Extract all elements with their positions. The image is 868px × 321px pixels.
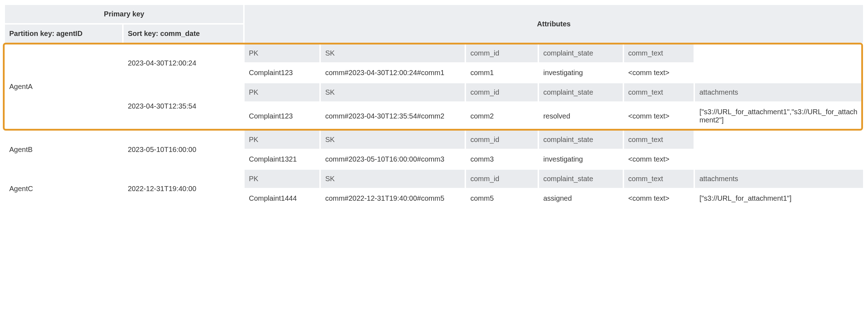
- table-body: AgentA2023-04-30T12:00:24PKSKcomm_idcomp…: [5, 44, 863, 207]
- attr-header-sk: SK: [321, 44, 465, 62]
- sort-key-header: Sort key: comm_date: [124, 25, 243, 43]
- attr-header-complaint_state: complaint_state: [539, 170, 623, 188]
- attr-value-pk: Complaint123: [245, 64, 319, 82]
- partition-key-header: Partition key: agentID: [5, 25, 122, 43]
- attr-value-pk: Complaint123: [245, 103, 319, 129]
- attr-value-attachments: ["s3://URL_for_attachment1"]: [695, 189, 863, 207]
- attr-value-comm_text: <comm text>: [624, 150, 694, 168]
- attr-header-comm_id: comm_id: [466, 83, 538, 101]
- attr-value-sk: comm#2022-12-31T19:40:00#comm5: [321, 189, 465, 207]
- attr-header-pk: PK: [245, 83, 319, 101]
- attr-value-attachments: ["s3://URL_for_attachment1","s3://URL_fo…: [695, 103, 863, 129]
- attr-header-complaint_state: complaint_state: [539, 44, 623, 62]
- attr-header-pk: PK: [245, 170, 319, 188]
- dynamodb-table: Primary key Attributes Partition key: ag…: [4, 4, 864, 209]
- sort-key-cell: 2023-05-10T16:00:00: [124, 131, 243, 168]
- attr-value-comm_id: comm1: [466, 64, 538, 82]
- table-row: AgentC2022-12-31T19:40:00PKSKcomm_idcomp…: [5, 170, 863, 188]
- attr-header-pk: PK: [245, 131, 319, 149]
- attr-value-comm_text: <comm text>: [624, 64, 694, 82]
- attr-header-sk: SK: [321, 170, 465, 188]
- attr-header-complaint_state: complaint_state: [539, 83, 623, 101]
- attr-header-comm_text: comm_text: [624, 44, 694, 62]
- attr-value-complaint_state: investigating: [539, 150, 623, 168]
- attr-header-comm_text: comm_text: [624, 83, 694, 101]
- attr-value-sk: comm#2023-05-10T16:00:00#comm3: [321, 150, 465, 168]
- attr-empty-attachments: [695, 44, 863, 82]
- attr-value-complaint_state: investigating: [539, 64, 623, 82]
- attr-header-comm_text: comm_text: [624, 170, 694, 188]
- attr-header-comm_id: comm_id: [466, 131, 538, 149]
- attr-header-comm_id: comm_id: [466, 44, 538, 62]
- attr-header-sk: SK: [321, 83, 465, 101]
- attr-value-pk: Complaint1321: [245, 150, 319, 168]
- partition-key-cell: AgentA: [5, 44, 122, 129]
- attr-header-attachments: attachments: [695, 170, 863, 188]
- table-row: AgentA2023-04-30T12:00:24PKSKcomm_idcomp…: [5, 44, 863, 62]
- attr-value-pk: Complaint1444: [245, 189, 319, 207]
- sort-key-cell: 2023-04-30T12:35:54: [124, 83, 243, 129]
- attr-empty-attachments: [695, 131, 863, 168]
- attr-header-comm_id: comm_id: [466, 170, 538, 188]
- attr-value-comm_id: comm3: [466, 150, 538, 168]
- sort-key-cell: 2023-04-30T12:00:24: [124, 44, 243, 82]
- attr-header-attachments: attachments: [695, 83, 863, 101]
- sort-key-cell: 2022-12-31T19:40:00: [124, 170, 243, 207]
- attr-header-sk: SK: [321, 131, 465, 149]
- attr-value-complaint_state: assigned: [539, 189, 623, 207]
- table-row: AgentB2023-05-10T16:00:00PKSKcomm_idcomp…: [5, 131, 863, 149]
- table-row: 2023-04-30T12:35:54PKSKcomm_idcomplaint_…: [5, 83, 863, 101]
- attr-value-sk: comm#2023-04-30T12:00:24#comm1: [321, 64, 465, 82]
- attr-value-complaint_state: resolved: [539, 103, 623, 129]
- header-row-1: Primary key Attributes: [5, 5, 863, 23]
- primary-key-header: Primary key: [5, 5, 243, 23]
- data-table: Primary key Attributes Partition key: ag…: [4, 4, 864, 209]
- attr-header-comm_text: comm_text: [624, 131, 694, 149]
- attr-value-comm_id: comm2: [466, 103, 538, 129]
- attr-value-comm_text: <comm text>: [624, 103, 694, 129]
- attr-header-complaint_state: complaint_state: [539, 131, 623, 149]
- partition-key-cell: AgentB: [5, 131, 122, 168]
- attr-header-pk: PK: [245, 44, 319, 62]
- attributes-header: Attributes: [245, 5, 863, 43]
- attr-value-sk: comm#2023-04-30T12:35:54#comm2: [321, 103, 465, 129]
- attr-value-comm_id: comm5: [466, 189, 538, 207]
- partition-key-cell: AgentC: [5, 170, 122, 207]
- attr-value-comm_text: <comm text>: [624, 189, 694, 207]
